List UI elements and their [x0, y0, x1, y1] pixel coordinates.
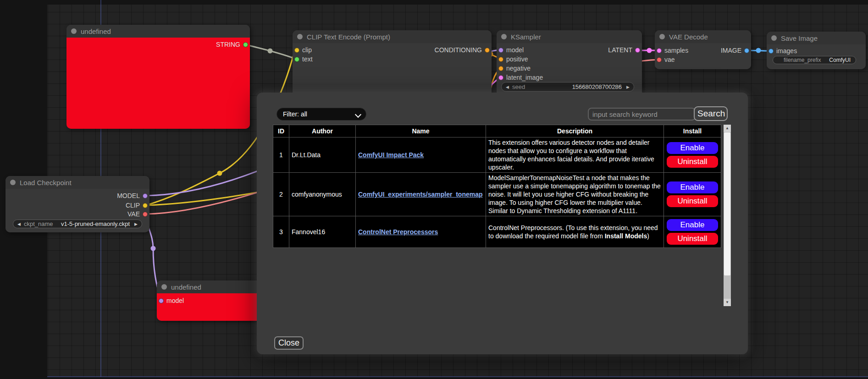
column-header: Name: [356, 125, 486, 137]
node-save-image[interactable]: Save Image images filename_prefix ComfyU…: [767, 32, 866, 69]
positive-input-dot[interactable]: [498, 57, 503, 62]
node-title-bar[interactable]: CLIP Text Encode (Prompt): [293, 30, 492, 43]
node-title: Load Checkpoint: [20, 179, 72, 187]
table-row: 1Dr.Lt.DataComfyUI Impact PackThis exten…: [273, 137, 721, 173]
reroute-dot-clip[interactable]: [217, 171, 222, 176]
table-row: 3Fannovel16ControlNet PreprocessorsContr…: [273, 216, 721, 248]
output-label: IMAGE: [721, 47, 741, 54]
node-title-bar[interactable]: Save Image: [767, 32, 866, 44]
model-input-dot[interactable]: [159, 298, 164, 303]
node-collapse-dot[interactable]: [10, 180, 16, 185]
enable-button[interactable]: Enable: [667, 219, 718, 231]
node-collapse-dot[interactable]: [297, 34, 303, 39]
uninstall-button[interactable]: Uninstall: [667, 195, 718, 207]
cell-name: ControlNet Preprocessors: [356, 216, 486, 248]
output-label: VAE: [127, 210, 140, 218]
node-body: MODEL CLIP VAE ◀ ckpt_name v1-5-pruned-e…: [6, 189, 149, 232]
node-title: VAE Decode: [669, 33, 708, 41]
node-title-bar[interactable]: VAE Decode: [655, 30, 751, 43]
output-label: CLIP: [126, 202, 140, 209]
image-output-dot[interactable]: [744, 48, 749, 53]
extension-link[interactable]: ComfyUI_experiments/sampler_tonemap: [358, 191, 483, 198]
extensions-table-wrap: IDAuthorNameDescriptionInstall 1Dr.Lt.Da…: [273, 125, 721, 248]
cell-author: Fannovel16: [289, 216, 356, 248]
extension-link[interactable]: ControlNet Preprocessors: [358, 228, 438, 236]
cell-name: ComfyUI Impact Pack: [356, 137, 486, 173]
cell-author: Dr.Lt.Data: [289, 137, 356, 173]
vae-output-dot[interactable]: [143, 212, 148, 217]
scrollbar-up-icon[interactable]: ▲: [724, 125, 731, 132]
widget-left-arrow-icon[interactable]: ◀: [17, 222, 21, 226]
input-label: negative: [506, 65, 531, 72]
enable-button[interactable]: Enable: [667, 142, 718, 154]
node-load-checkpoint[interactable]: Load Checkpoint MODEL CLIP VAE ◀ ckpt_na…: [6, 176, 149, 232]
widget-value: 156680208700286: [572, 83, 622, 90]
seed-widget[interactable]: ◀ seed 156680208700286 ▶: [501, 82, 634, 92]
node-collapse-dot[interactable]: [771, 35, 777, 41]
images-input-dot[interactable]: [768, 49, 774, 54]
node-collapse-dot[interactable]: [659, 34, 665, 39]
column-header: ID: [273, 125, 289, 137]
search-button[interactable]: Search: [694, 106, 728, 121]
widget-value: ComfyUI: [829, 57, 851, 63]
node-collapse-dot[interactable]: [501, 34, 507, 39]
output-label: MODEL: [117, 192, 140, 199]
cell-description: This extension offers various detector n…: [486, 137, 664, 173]
cell-install: EnableUninstall: [664, 137, 721, 173]
scrollbar-thumb[interactable]: [724, 132, 730, 275]
model-output-dot[interactable]: [143, 193, 148, 198]
close-button[interactable]: Close: [274, 336, 304, 350]
widget-label: ckpt_name: [24, 220, 53, 227]
negative-input-dot[interactable]: [498, 66, 503, 71]
cell-description: ControlNet Preprocessors. (To use this e…: [486, 216, 664, 248]
reroute-dot-model[interactable]: [151, 246, 156, 251]
string-output-dot[interactable]: [243, 42, 248, 47]
output-label: CONDITIONING: [435, 46, 482, 54]
scrollbar-down-icon[interactable]: ▼: [724, 299, 731, 306]
conditioning-output-dot[interactable]: [485, 48, 490, 53]
node-title-bar[interactable]: Load Checkpoint: [6, 176, 149, 189]
vae-input-dot[interactable]: [657, 57, 662, 62]
node-title: undefined: [171, 283, 201, 291]
cell-id: 1: [273, 137, 289, 173]
widget-right-arrow-icon[interactable]: ▶: [134, 222, 138, 226]
input-label: model: [166, 297, 184, 304]
text-input-dot[interactable]: [294, 57, 299, 62]
scrollbar[interactable]: ▲ ▼: [724, 125, 731, 306]
search-input[interactable]: [588, 108, 696, 121]
widget-label: seed: [512, 83, 525, 90]
node-body: STRING: [66, 38, 250, 129]
node-vae-decode[interactable]: VAE Decode samples vae IMAGE: [655, 30, 751, 69]
cell-id: 2: [273, 173, 289, 216]
widget-left-arrow-icon[interactable]: ◀: [506, 85, 509, 89]
reroute-dot-latent[interactable]: [647, 48, 652, 53]
uninstall-button[interactable]: Uninstall: [667, 233, 718, 245]
latent-output-dot[interactable]: [635, 48, 640, 53]
output-label: STRING: [216, 41, 240, 48]
extension-link[interactable]: ComfyUI Impact Pack: [358, 151, 424, 159]
reroute-dot-string[interactable]: [268, 49, 273, 54]
latent-image-input-dot[interactable]: [498, 75, 503, 80]
filter-select[interactable]: Filter: all: [276, 108, 366, 121]
node-body: samples vae IMAGE: [655, 43, 751, 69]
reroute-dot-image[interactable]: [756, 48, 761, 53]
enable-button[interactable]: Enable: [667, 181, 718, 193]
extension-manager-dialog: Filter: all Search IDAuthorNameDescripti…: [257, 93, 748, 354]
node-undefined-string[interactable]: undefined STRING: [66, 25, 250, 129]
filename-prefix-widget[interactable]: filename_prefix ComfyUI: [773, 56, 856, 64]
node-title: undefined: [81, 27, 111, 35]
input-label: text: [302, 55, 313, 63]
uninstall-button[interactable]: Uninstall: [667, 156, 718, 168]
clip-output-dot[interactable]: [143, 203, 148, 208]
node-title-bar[interactable]: undefined: [66, 25, 250, 38]
node-title-bar[interactable]: KSampler: [497, 30, 642, 43]
cell-install: EnableUninstall: [664, 216, 721, 248]
widget-right-arrow-icon[interactable]: ▶: [626, 85, 630, 89]
node-collapse-dot[interactable]: [71, 28, 77, 34]
input-label: latent_image: [506, 74, 543, 81]
comfyui-canvas[interactable]: { "canvas": { "nodes": { "string_node": …: [0, 0, 868, 379]
ckpt-name-widget[interactable]: ◀ ckpt_name v1-5-pruned-emaonly.ckpt ▶: [13, 220, 142, 228]
column-header: Install: [664, 125, 721, 137]
node-body: images filename_prefix ComfyUI: [767, 44, 866, 69]
node-collapse-dot[interactable]: [161, 284, 167, 290]
